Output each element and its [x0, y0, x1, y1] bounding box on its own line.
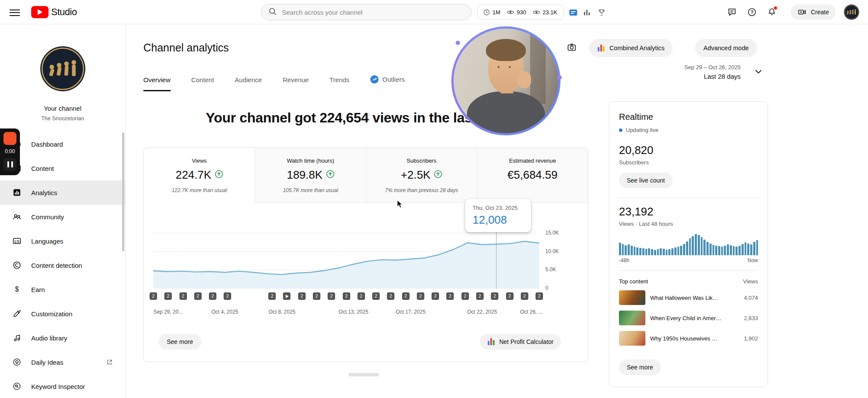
key-metrics-card: Views 224.7K 122.7K more than usual Watc… — [143, 148, 588, 362]
tab-overview[interactable]: Overview — [143, 76, 171, 91]
video-publish-marker[interactable]: 2 — [298, 292, 305, 300]
video-publish-marker[interactable]: 2 — [194, 292, 201, 300]
video-publish-marker[interactable]: 2 — [179, 292, 187, 300]
metric-watch-time[interactable]: Watch time (hours) 189.8K 105.7K more th… — [255, 148, 366, 203]
tab-trends[interactable]: Trends — [330, 76, 350, 91]
advanced-mode-button[interactable]: Advanced mode — [695, 39, 757, 57]
video-publish-marker[interactable]: 2 — [224, 292, 231, 300]
x-tick-label: Oct 17, 2025 — [396, 309, 426, 315]
video-publish-marker[interactable]: 2 — [313, 292, 321, 300]
video-publish-marker[interactable]: 2 — [491, 292, 499, 300]
date-range-picker[interactable]: Sep 29 – Oct 26, 2025 Last 28 days — [684, 64, 763, 80]
video-publish-marker[interactable]: 2 — [536, 292, 543, 300]
audio-library-icon — [12, 333, 22, 343]
trend-up-icon — [326, 170, 334, 180]
sidebar-item-daily-ideas[interactable]: Daily Ideas — [0, 350, 125, 374]
sidebar-item-content-detection[interactable]: Content detection — [0, 253, 125, 277]
top-content-row[interactable]: When Every Child in Amer… 2,633 — [619, 311, 758, 325]
realtime-see-more-button[interactable]: See more — [619, 359, 661, 375]
account-avatar[interactable] — [844, 4, 859, 20]
tab-content[interactable]: Content — [191, 76, 214, 91]
metric-subscribers[interactable]: Subscribers +2.5K 7% more than previous … — [366, 148, 477, 203]
record-pause-button[interactable] — [3, 158, 16, 171]
webcam-handle-dot[interactable] — [456, 41, 460, 45]
metric-views[interactable]: Views 224.7K 122.7K more than usual — [144, 148, 255, 203]
sidebar-scrollbar[interactable] — [122, 132, 124, 251]
tab-revenue[interactable]: Revenue — [283, 76, 309, 91]
video-publish-marker[interactable]: 2 — [343, 292, 350, 300]
sidebar-item-earn[interactable]: $ Earn — [0, 277, 125, 302]
video-publish-marker[interactable]: 2 — [387, 292, 395, 300]
sidebar-item-customization[interactable]: Customization — [0, 302, 125, 326]
video-publish-marker[interactable]: 2 — [357, 292, 365, 300]
video-thumbnail — [619, 331, 645, 346]
video-publish-marker[interactable]: 2 — [269, 292, 276, 300]
search-icon — [269, 7, 277, 17]
create-button[interactable]: Create — [791, 4, 836, 20]
combined-analytics-button[interactable]: Combined Analytics — [589, 39, 673, 57]
sidebar-item-analytics[interactable]: Analytics — [0, 180, 125, 205]
stat-views-day: 23.1K — [533, 9, 557, 16]
youtube-studio-logo[interactable]: Studio — [31, 6, 77, 18]
video-publish-marker[interactable]: 2 — [165, 292, 172, 300]
video-thumbnail — [619, 290, 645, 305]
x-tick-label: Oct 26, ... — [520, 309, 543, 315]
video-publish-marker[interactable]: 2 — [447, 292, 454, 300]
record-stop-button[interactable] — [3, 132, 16, 145]
metric-estimated-revenue[interactable]: Estimated revenue €5,684.59 — [477, 148, 588, 203]
tooltip-value: 12,008 — [473, 213, 524, 227]
video-publish-marker[interactable]: 2 — [209, 292, 217, 300]
svg-text:?: ? — [751, 10, 754, 15]
tab-audience[interactable]: Audience — [235, 76, 262, 91]
sidebar-item-keyword-inspector[interactable]: Keyword Inspector — [0, 374, 125, 398]
video-publish-marker[interactable]: 2 — [328, 292, 335, 300]
tooltip-date: Thu, Oct 23, 2025 — [473, 205, 524, 211]
external-link-icon — [106, 359, 113, 366]
net-profit-calculator-button[interactable]: Net Profit Calculator — [480, 334, 561, 350]
video-publish-marker[interactable]: 2 — [372, 292, 380, 300]
equalizer-icon[interactable] — [582, 8, 592, 17]
eye-icon — [507, 10, 514, 15]
video-publish-marker[interactable]: 2 — [150, 292, 157, 300]
top-content-row[interactable]: What Halloween Was Lik… 4,074 — [619, 290, 758, 305]
webcam-overlay[interactable] — [451, 26, 560, 135]
metric-header: Views 224.7K 122.7K more than usual Watc… — [144, 148, 588, 203]
trophy-icon[interactable] — [597, 8, 606, 17]
search-input[interactable] — [282, 9, 464, 16]
earn-icon: $ — [12, 285, 22, 294]
x-tick-label: Oct 22, 2025 — [467, 309, 497, 315]
extension-panel-icon[interactable] — [568, 8, 578, 17]
topbar: Studio 1M 930 23.1K ? — [0, 0, 868, 24]
video-publish-marker[interactable]: 2 — [506, 292, 513, 300]
chart-tooltip: Thu, Oct 23, 2025 12,008 — [465, 199, 531, 232]
help-icon[interactable]: ? — [747, 7, 757, 17]
feedback-icon[interactable] — [727, 7, 737, 17]
eye-icon — [533, 10, 540, 15]
channel-avatar[interactable] — [40, 46, 86, 92]
views-chart-plot[interactable]: 05.0K10.0K15.0K — [153, 225, 539, 294]
tab-outliers[interactable]: Outliers — [370, 75, 405, 91]
see-live-count-button[interactable]: See live count — [619, 173, 673, 188]
x-tick-label: Oct 13, 2025 — [339, 309, 369, 315]
video-publish-marker[interactable] — [283, 292, 291, 300]
realtime-bars — [619, 233, 758, 255]
sidebar-item-languages[interactable]: Languages — [0, 229, 125, 253]
video-publish-marker[interactable]: 2 — [461, 292, 469, 300]
keyword-inspector-icon — [12, 382, 22, 391]
see-more-button[interactable]: See more — [159, 334, 201, 350]
search-bar[interactable] — [261, 4, 472, 20]
extension-stats-pill[interactable]: 1M 930 23.1K — [477, 4, 564, 20]
screenshot-camera-button[interactable] — [563, 38, 581, 56]
top-content-row[interactable]: Why 1950s Housewives … 1,902 — [619, 331, 758, 346]
video-publish-marker[interactable]: 2 — [476, 292, 483, 300]
sidebar-item-community[interactable]: Community — [0, 205, 125, 229]
video-publish-marker[interactable]: 2 — [417, 292, 424, 300]
sidebar-item-audio-library[interactable]: Audio library — [0, 326, 125, 350]
notifications-bell-icon[interactable] — [767, 7, 777, 17]
video-publish-marker[interactable]: 2 — [432, 292, 439, 300]
x-tick-label: Oct 8, 2025 — [269, 309, 295, 315]
hamburger-menu-icon[interactable] — [10, 7, 20, 17]
video-publish-marker[interactable]: 2 — [521, 292, 528, 300]
video-publish-marker[interactable]: 2 — [402, 292, 409, 300]
customization-icon — [12, 309, 22, 318]
